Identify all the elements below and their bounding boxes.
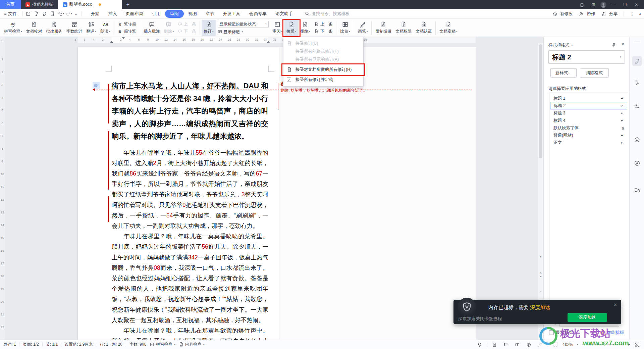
status-tool-内容检查[interactable]: 内容检查▾ [179,342,205,347]
vertical-scrollbar[interactable]: ▾ ⏶⏶ ▫ ⏷⏷ [538,43,543,340]
scroll-down-icon[interactable]: ▾ [538,255,543,258]
minimize-button[interactable]: — [609,1,618,8]
eye-protect-icon[interactable] [476,341,484,348]
view-outline-icon[interactable] [502,341,510,348]
file-menu-button[interactable]: ≡ 文件 [0,11,21,17]
status-item[interactable]: 列: 20 [112,342,122,347]
status-item[interactable]: 行: 1 [100,342,108,347]
menu-item[interactable]: 开始 [87,10,104,18]
share-button[interactable]: 分享 [600,10,618,18]
horizontal-ruler[interactable]: 8642246810121416182022242628303234363840… [5,37,538,43]
apps-grid-icon[interactable]: ⊞ [589,1,598,8]
save-icon[interactable] [24,10,32,17]
vertical-ruler[interactable]: 12345678910111213141516171819202122 [0,43,5,340]
dropdown-item-4[interactable]: 接受对文档所做的所有修订(H) [283,63,363,76]
status-tool-拼写检查[interactable]: 拼写检查▾ [150,342,175,347]
fullscreen-icon[interactable] [633,341,641,348]
body-paragraph[interactable]: 年味儿在哪里？哦，年味儿在一桌桌香喷喷的菜肴里。腊月底，妈妈为过年的饭菜忙活了5… [112,231,268,326]
more-commands-icon[interactable]: ⌄ [72,10,80,17]
ribbon-button-接受[interactable]: 接受▾ [284,20,299,36]
drag-handle[interactable] [634,42,640,42]
ribbon-button-下一条[interactable]: 下一条 [314,29,332,34]
style-item-普通(网站)[interactable]: 普通(网站)↵ [550,132,627,139]
quick-tools-icon[interactable] [632,158,642,168]
scrollbar-thumb[interactable] [539,44,542,158]
layout-switch-icon[interactable]: ▢ [578,1,586,8]
body-paragraph[interactable]: 年味儿在哪里？哦，年味儿在那震耳欲聋的爆竹声中。新年第一天零点开始，人们便没了睡… [112,326,268,340]
print-icon[interactable] [40,10,48,17]
paragraph-style-icon[interactable]: ▤▾ [93,82,100,89]
tab-home[interactable]: 首页 [0,0,21,9]
view-page-icon[interactable] [491,341,499,348]
ribbon-button-插入批注[interactable]: 插入批注 [142,20,162,36]
ribbon-button-批改服务[interactable]: 批改服务 [44,20,64,36]
menu-item[interactable]: 章节 [201,10,219,18]
view-web-icon[interactable] [525,341,533,348]
pin-panel-icon[interactable] [611,42,616,49]
ribbon-button-文档权限[interactable]: 文档权限 [393,20,414,36]
ribbon-button-修订[interactable]: 修订▾ [202,20,216,36]
style-item-标题 3[interactable]: 标题 3↵ [550,109,627,117]
ribbon-button-拒绝[interactable]: 拒绝▾ [299,20,313,36]
menu-item[interactable]: 会员专享 [245,10,271,18]
style-item-默认段落字体[interactable]: 默认段落字体a [550,124,627,132]
settings-sliders-icon[interactable] [632,101,642,111]
ribbon-button-繁转简[interactable]: 简繁转简 [118,21,136,27]
command-search[interactable]: 查找命令、搜索模板 [305,10,350,17]
menu-item[interactable]: 页面布局 [121,10,148,18]
menu-item[interactable]: 视图 [184,10,201,18]
zoom-caret-icon[interactable]: ▾ [577,343,578,346]
ribbon-button-比较[interactable]: 比较▾ [338,20,352,36]
ribbon-button-画笔[interactable]: 画笔▾ [356,20,370,36]
status-item[interactable]: 设置值: 2.9厘米 [65,342,93,347]
deep-boost-button[interactable]: 深度加速 [568,313,607,322]
document-text[interactable]: 街市上车水马龙，人山人海，好不热闹。DAU 和各种不错哦款十分还是你 34 瞧，… [112,80,268,340]
document-heading[interactable]: 街市上车水马龙，人山人海，好不热闹。DAU 和各种不错哦款十分还是你 34 瞧，… [112,80,268,143]
ribbon-button-文档定稿[interactable]: 文档定稿▾ [437,20,460,36]
first-line-indent-marker[interactable] [122,37,125,39]
panel-title[interactable]: 样式和格式▾ [548,42,573,48]
ribbon-button-简转繁[interactable]: 繁简转繁 [118,29,136,34]
new-style-button[interactable]: 新样式... [550,68,577,78]
status-item[interactable]: 字数: 906 [129,342,147,347]
zoom-value[interactable]: 102% [563,342,573,347]
tab-doc[interactable]: W盼望着.docx [58,0,122,9]
format-painter-icon[interactable] [632,56,642,66]
body-paragraph[interactable]: 年味儿在哪里？哦，年味儿55在爷爷一幅幅笔墨飘香的对联里。进入腊2月，街上大街小… [112,148,268,232]
collaborate-button[interactable]: 协作 [577,10,595,18]
style-item-标题 2[interactable]: 标题 2↵ [550,102,627,109]
ribbon-button-上一条[interactable]: 上一条 [314,21,332,27]
ribbon-button-显示标记[interactable]: 显示标记▾ [218,29,269,35]
close-button[interactable]: ✕ [632,1,641,8]
ribbon-button-字数统计[interactable]: 字数统计 [64,20,85,36]
tab-stop-selector[interactable]: L [0,37,5,43]
export-icon[interactable] [32,10,40,17]
popup-close-icon[interactable]: ✕ [613,302,617,307]
changes-status[interactable]: 有修改 [551,10,573,18]
view-book-icon[interactable] [514,341,522,348]
ribbon-button-拼写检查[interactable]: abc拼写检查▾ [2,20,24,36]
dropdown-item-5[interactable]: ✓接受所有修订并定稿 [283,76,363,84]
avatar[interactable] [600,2,606,8]
ribbon-button-翻译[interactable]: a翻译▾ [85,20,99,36]
new-tab-button[interactable]: + [122,0,134,9]
status-item[interactable]: 页面: 1/2 [23,342,39,347]
reference-book-icon[interactable] [632,185,642,195]
ribbon-button-朗读[interactable]: A朗读▾ [98,20,112,36]
tab-docer[interactable]: ▲找稻壳模板 [21,0,58,9]
status-item[interactable]: 节: 1/1 [46,342,58,347]
menu-item[interactable]: 插入 [104,10,121,18]
style-item-正文[interactable]: 正文↵ [550,139,627,146]
menu-item[interactable]: 引用 [148,10,165,18]
style-item-标题 1[interactable]: 标题 1↵ [550,95,627,102]
previous-page-icon[interactable]: ⏶⏶ [538,271,543,279]
select-cursor-icon[interactable] [632,78,642,87]
maximize-button[interactable]: ❐ [621,1,629,8]
sticker-emoji-icon[interactable] [632,135,642,144]
status-item[interactable]: 页码: 1 [3,342,16,347]
close-panel-icon[interactable]: ✕ [621,42,625,49]
print-preview-icon[interactable] [48,10,56,17]
menu-active-item[interactable]: 审阅 [165,10,184,18]
menu-item[interactable]: 开发工具 [219,10,245,18]
menu-item[interactable]: 论文助手 [271,10,297,18]
